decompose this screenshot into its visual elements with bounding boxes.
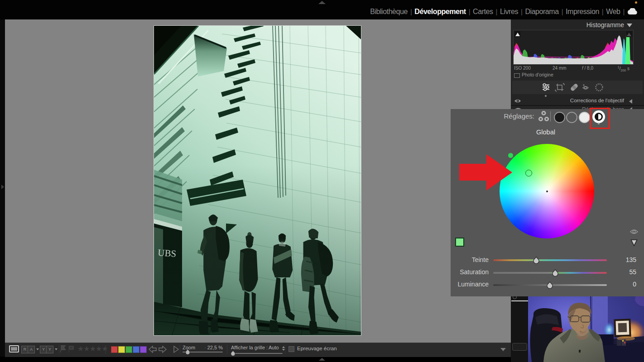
svg-text:✕: ✕	[70, 346, 72, 349]
